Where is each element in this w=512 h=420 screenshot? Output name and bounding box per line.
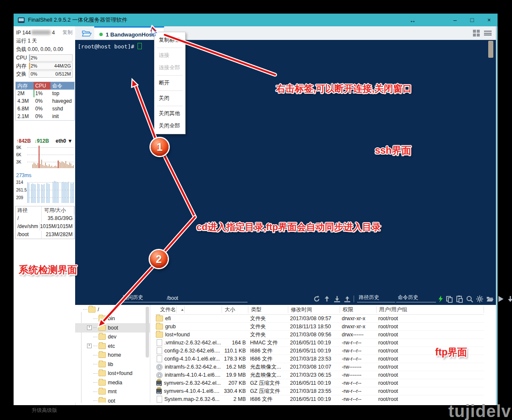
tree-item[interactable]: + media: [75, 378, 150, 387]
grid-view-icon[interactable]: [473, 30, 480, 37]
refresh-icon[interactable]: [313, 295, 321, 303]
header-perm[interactable]: 权限: [340, 306, 377, 313]
file-type-icon: [156, 381, 162, 386]
maximize-button[interactable]: □: [464, 17, 481, 23]
tree-item[interactable]: + lib: [75, 360, 150, 369]
ip-blurred: [32, 30, 51, 35]
tree-connector: [93, 327, 98, 328]
arrow-down-icon[interactable]: [506, 295, 512, 303]
disk-table-header: 路径 可用/大小: [16, 206, 74, 214]
folder-icon: [98, 334, 106, 340]
context-menu-item[interactable]: 关闭: [155, 92, 185, 104]
file-row[interactable]: config-2.6.32-642.el6.... 110.1 KB I686 …: [155, 347, 484, 355]
interface-selector[interactable]: eth0 ▼: [56, 138, 73, 144]
expander-icon[interactable]: +: [87, 325, 92, 330]
header-owner[interactable]: 用户/用户组: [377, 306, 484, 313]
folder-icon: [98, 389, 106, 395]
header-filename[interactable]: 文件名 ▲: [155, 306, 222, 313]
swap-label: 交换: [16, 70, 29, 78]
context-menu-item[interactable]: 断开: [155, 77, 185, 89]
system-monitor-sidebar: IP 144 4 复制 运行 1 天 负载 0.00, 0.00, 0.00 C…: [14, 26, 76, 405]
flash-icon[interactable]: [437, 295, 444, 303]
mouse-cursor-icon: [151, 28, 158, 37]
process-row[interactable]: 6.8M0%sshd: [16, 105, 74, 113]
network-chart: 9K 6K 3K: [15, 145, 74, 168]
file-row[interactable]: System.map-2.6.32-6... 2 MB I686 文件 2016…: [155, 395, 484, 403]
header-mtime[interactable]: 修改时间: [288, 306, 340, 313]
copy-ip-button[interactable]: 复制: [62, 29, 73, 36]
disk-row[interactable]: /boot213M/282M: [16, 231, 74, 239]
tree-item[interactable]: + dev: [75, 333, 150, 342]
file-table-header: 文件名 ▲ 大小 类型 修改时间 权限 用户/用户组: [155, 305, 484, 315]
tree-connector: [93, 337, 98, 337]
window-title: FinalShell 2.9.5.2 一体化服务器管理软件: [28, 16, 127, 24]
run-icon[interactable]: [497, 295, 504, 303]
terminal-scrollbar[interactable]: [488, 41, 493, 58]
context-menu-item[interactable]: 复制标签: [155, 34, 185, 46]
tree-connector: [93, 400, 98, 401]
tree-item[interactable]: + home: [75, 351, 150, 360]
file-row[interactable]: config-4.10.4-1.el6.elr... 178.3 KB I686…: [155, 355, 484, 363]
disk-row[interactable]: /35.8G/39G: [16, 214, 74, 223]
file-row[interactable]: symvers-4.10.4-1.el6.... 330.4 KB GZ 压缩文…: [155, 387, 484, 395]
file-row[interactable]: grub 文件夹 2018/11/13 18:50 drwxr-xr-x roo…: [155, 323, 484, 331]
copy-icon[interactable]: [445, 295, 453, 303]
file-type-icon: [156, 332, 163, 338]
upgrade-link[interactable]: 升级高级版: [14, 407, 75, 414]
open-folder-icon[interactable]: [486, 295, 494, 303]
resize-icon[interactable]: ↔: [404, 17, 421, 24]
disk-row[interactable]: /dev/shm1015M/1015M: [16, 223, 74, 231]
system-panel-annotation: 系统检测界面: [19, 263, 77, 276]
folder-icon: [98, 380, 106, 386]
context-menu-item[interactable]: 关闭其他: [155, 107, 185, 120]
ftp-toolbar: 访问历史 /boot 路径历史 命令历史: [75, 293, 496, 305]
tree-item[interactable]: + opt: [75, 396, 150, 403]
folder-icon: [98, 343, 106, 349]
context-menu-item[interactable]: 连接全部: [155, 62, 185, 74]
folder-icon: [88, 307, 96, 313]
cpu-label: CPU: [16, 55, 29, 61]
paste-icon[interactable]: [456, 295, 463, 303]
context-menu-item[interactable]: 连接: [155, 49, 185, 62]
tree-item[interactable]: + /: [75, 305, 150, 314]
tree-item[interactable]: + lost+found: [75, 369, 150, 378]
file-type-icon: [157, 396, 162, 403]
file-row[interactable]: initramfs-4.10.4-1.el6.... 19.9 MB 光盘映像文…: [155, 371, 484, 379]
download-icon[interactable]: [333, 295, 341, 303]
file-row[interactable]: efi 文件夹 2017/03/08 09:57 drwxr-xr-x root…: [155, 315, 484, 323]
file-row[interactable]: .vmlinuz-2.6.32-642.el... 164 B HMAC 文件 …: [155, 339, 484, 347]
tree-scrollbar[interactable]: [146, 307, 149, 358]
file-type-icon: [157, 347, 162, 354]
tree-item[interactable]: + mnt: [75, 387, 150, 397]
gear-icon[interactable]: [476, 295, 484, 303]
open-folder-icon[interactable]: [80, 28, 93, 38]
ping-chart: 314 261.5 209: [15, 179, 74, 203]
path-input[interactable]: /boot: [165, 295, 248, 302]
visit-history-dropdown[interactable]: 访问历史: [121, 294, 165, 302]
context-menu-item[interactable]: 关闭全部: [155, 120, 185, 132]
ping-label: 273ms: [16, 172, 31, 178]
upload-icon[interactable]: [343, 295, 351, 303]
header-size[interactable]: 大小: [222, 306, 248, 313]
cmd-history-dropdown[interactable]: 命令历史: [396, 294, 436, 302]
close-button[interactable]: ×: [481, 17, 498, 23]
process-row[interactable]: 4.3M0%haveged: [16, 97, 74, 105]
minimize-button[interactable]: –: [447, 17, 464, 23]
process-row[interactable]: 2.1M0%init: [16, 113, 74, 120]
tree-item[interactable]: + bin: [75, 314, 150, 324]
tree-connector: [93, 355, 98, 355]
header-type[interactable]: 类型: [248, 306, 288, 313]
process-row[interactable]: 2M1%top: [16, 90, 74, 97]
go-up-icon[interactable]: [323, 295, 331, 303]
tree-item[interactable]: + etc: [75, 341, 150, 351]
menu-icon[interactable]: [484, 30, 492, 37]
file-row[interactable]: symvers-2.6.32-642.el... 207 KB GZ 压缩文件 …: [155, 379, 484, 387]
directory-tree: + / + bin + boot: [75, 305, 150, 403]
path-history-dropdown[interactable]: 路径历史: [357, 294, 395, 302]
file-row[interactable]: lost+found 文件夹 2017/03/08 09:56 drwx----…: [155, 331, 484, 339]
tree-item[interactable]: + boot: [75, 323, 150, 333]
search-icon[interactable]: [466, 295, 473, 303]
expander-icon[interactable]: +: [87, 344, 92, 348]
ssh-terminal[interactable]: [root@host boot]# 右击标签,可以断开连接,关闭窗口 ssh界面…: [75, 40, 496, 293]
file-row[interactable]: initramfs-2.6.32-642.e... 16.2 MB 光盘映像文.…: [155, 363, 484, 371]
